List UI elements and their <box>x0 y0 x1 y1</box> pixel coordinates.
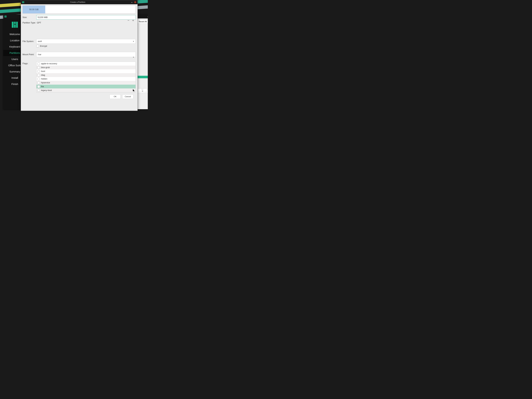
filesystem-select[interactable]: ext4 ▼ <box>36 39 136 44</box>
flag-checkbox[interactable] <box>38 85 40 88</box>
svg-rect-7 <box>16 22 18 28</box>
svg-rect-3 <box>6 16 6 18</box>
flag-checkbox[interactable] <box>38 70 40 73</box>
revert-all-button[interactable]: Revert All <box>137 20 148 24</box>
close-icon[interactable]: ✕ <box>134 1 136 3</box>
encrypt-checkbox[interactable] <box>36 45 39 47</box>
small-button[interactable] <box>143 89 147 92</box>
svg-rect-4 <box>12 22 14 28</box>
flag-item-legacy-boot[interactable]: legacy-boot <box>37 89 136 92</box>
flag-item-bios-grub[interactable]: bios-grub <box>37 66 136 70</box>
chevron-down-icon: ▼ <box>133 40 134 42</box>
ok-button[interactable]: OK <box>110 95 121 99</box>
partition-edit-buttons <box>138 89 147 92</box>
flags-list[interactable]: apple-tv-recoverybios-grubbootdiaghidden… <box>36 62 136 92</box>
minimize-icon[interactable]: ▲ <box>147 16 148 17</box>
svg-rect-10 <box>23 2 24 3</box>
partition-type-label: Partition Type: <box>23 22 36 24</box>
svg-rect-11 <box>24 1 24 3</box>
partition-segment: 50.00 GiB <box>23 6 45 13</box>
dialog-title: Create a Partition <box>24 1 131 3</box>
svg-rect-5 <box>14 22 16 24</box>
mountpoint-select[interactable]: /var ▼ <box>36 52 136 57</box>
partition-type-value: GPT <box>37 22 41 24</box>
filesystem-label: File System: <box>23 40 36 43</box>
svg-rect-8 <box>22 1 23 3</box>
flags-label: Flags: <box>23 62 36 92</box>
svg-rect-6 <box>14 25 16 28</box>
flag-checkbox[interactable] <box>38 78 40 80</box>
flag-label: lba <box>41 85 44 88</box>
flag-item-diag[interactable]: diag <box>37 73 136 77</box>
partition-preview[interactable]: 50.00 GiB <box>23 6 136 13</box>
svg-rect-2 <box>5 17 6 17</box>
flag-label: legacy-boot <box>41 89 52 92</box>
flag-checkbox[interactable] <box>38 89 40 92</box>
manjaro-icon <box>22 1 24 3</box>
mountpoint-label: Mount Point: <box>23 53 36 56</box>
flag-item-apple-tv-recovery[interactable]: apple-tv-recovery <box>37 62 136 66</box>
dialog-titlebar[interactable]: Create a Partition ▲ ✕ <box>21 0 138 4</box>
flag-checkbox[interactable] <box>38 66 40 69</box>
flag-checkbox[interactable] <box>38 74 40 76</box>
svg-rect-9 <box>23 1 24 2</box>
flag-item-lba[interactable]: lba <box>37 85 136 89</box>
flag-item-boot[interactable]: boot <box>37 70 136 73</box>
flag-label: hpservice <box>41 82 50 84</box>
manjaro-logo <box>11 21 18 28</box>
partition-segment-label: 50.00 GiB <box>29 8 38 11</box>
chevron-down-icon: ▼ <box>133 56 134 58</box>
flag-label: boot <box>41 70 45 72</box>
filesystem-value: ext4 <box>38 40 42 43</box>
flag-checkbox[interactable] <box>38 63 40 65</box>
flag-label: bios-grub <box>41 66 50 69</box>
cancel-button[interactable]: Cancel <box>122 95 133 99</box>
encrypt-label: Encrypt <box>40 45 47 47</box>
flag-label: hidden <box>41 78 47 80</box>
size-label: Size: <box>23 16 36 19</box>
mountpoint-value: /var <box>38 53 41 56</box>
shade-icon[interactable]: ▲ <box>131 1 133 3</box>
flag-label: apple-tv-recovery <box>41 63 57 65</box>
create-partition-dialog: Create a Partition ▲ ✕ 50.00 GiB Size: −… <box>21 0 138 111</box>
svg-rect-1 <box>5 16 6 16</box>
flag-item-hidden[interactable]: hidden <box>37 77 136 81</box>
flag-checkbox[interactable] <box>38 82 40 84</box>
svg-rect-0 <box>5 16 5 18</box>
size-decrement-button[interactable]: − <box>127 19 129 22</box>
flag-item-hpservice[interactable]: hpservice <box>37 81 136 85</box>
size-increment-button[interactable]: + <box>132 19 134 22</box>
flag-label: diag <box>41 74 45 76</box>
manjaro-icon <box>4 15 7 18</box>
small-button[interactable] <box>138 89 142 92</box>
size-input[interactable] <box>36 15 136 19</box>
